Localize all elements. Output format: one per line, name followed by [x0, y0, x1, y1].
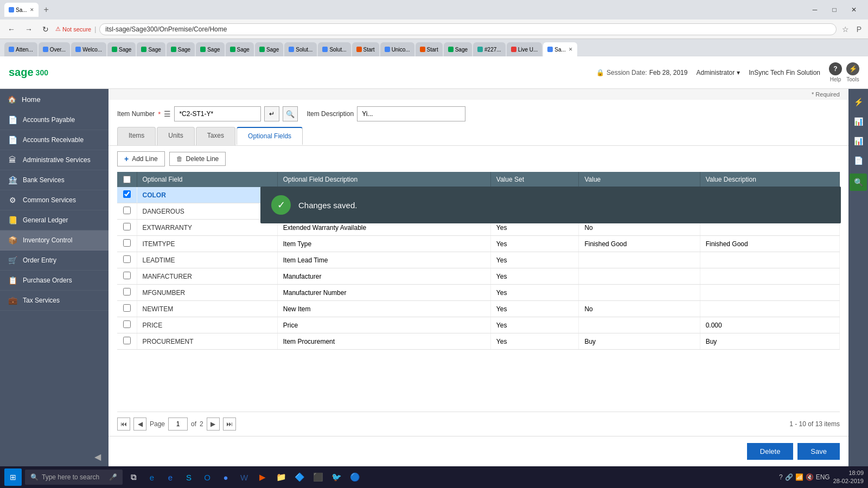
- new-tab-button[interactable]: +: [41, 5, 52, 15]
- delete-line-button[interactable]: 🗑 Delete Line: [169, 152, 226, 166]
- row-checkbox-4[interactable]: [123, 255, 131, 263]
- row-valueset-6: Yes: [490, 285, 579, 301]
- tab-start2[interactable]: Start: [416, 42, 443, 56]
- row-checkbox-1[interactable]: [123, 207, 131, 214]
- sidebar-item-administrative-services[interactable]: 🏛 Administrative Services: [0, 150, 108, 170]
- forward-button[interactable]: →: [22, 24, 36, 35]
- sidebar-item-accounts-receivable[interactable]: 📄 Accounts Receivable: [0, 130, 108, 150]
- current-tab-close-icon[interactable]: ✕: [569, 47, 573, 52]
- tab-close-icon[interactable]: ✕: [30, 7, 34, 12]
- minimize-button[interactable]: ─: [805, 2, 825, 17]
- right-panel-btn-2[interactable]: 📊: [850, 113, 867, 130]
- sage-brand-text: sage: [9, 66, 34, 79]
- col-header-checkbox: [117, 172, 137, 187]
- sidebar-item-accounts-payable[interactable]: 📄 Accounts Payable: [0, 110, 108, 130]
- item-number-input[interactable]: [174, 106, 261, 121]
- tab-sage2[interactable]: Sage: [137, 42, 165, 56]
- page-prev-button[interactable]: ◀: [133, 418, 146, 431]
- admin-dropdown[interactable]: Administrator ▾: [696, 69, 740, 76]
- sage-logo: sage 300: [9, 66, 48, 79]
- tab-solut1[interactable]: Solut...: [284, 42, 317, 56]
- tab-sage7[interactable]: Sage: [444, 42, 472, 56]
- right-panel-btn-4[interactable]: 📄: [850, 152, 867, 169]
- row-checkbox-7[interactable]: [123, 304, 131, 312]
- plus-icon: +: [124, 155, 129, 163]
- row-checkbox-3[interactable]: [123, 239, 131, 247]
- sidebar-collapse-button[interactable]: ◀: [0, 447, 108, 466]
- save-button[interactable]: Save: [797, 443, 840, 460]
- row-checkbox-9[interactable]: [123, 337, 131, 344]
- item-desc-input[interactable]: [357, 106, 465, 121]
- sidebar-item-common-services[interactable]: ⚙ Common Services: [0, 190, 108, 210]
- page-number-input[interactable]: [168, 418, 188, 431]
- sidebar-item-inventory-control[interactable]: 📦 Inventory Control: [0, 230, 108, 251]
- tools-button[interactable]: ⚡ Tools: [846, 62, 859, 82]
- row-value-5: [579, 268, 700, 285]
- tab-sage4[interactable]: Sage: [196, 42, 224, 56]
- select-all-checkbox[interactable]: [123, 176, 131, 183]
- back-button[interactable]: ←: [4, 24, 18, 35]
- tab-solut2[interactable]: Solut...: [318, 42, 350, 56]
- tab-taxes[interactable]: Taxes: [196, 127, 235, 145]
- page-first-button[interactable]: ⏮: [117, 418, 130, 431]
- row-checkbox-0[interactable]: [123, 190, 131, 198]
- tab-current[interactable]: Sa...✕: [543, 42, 577, 56]
- right-panel-btn-1[interactable]: ⚡: [850, 93, 867, 111]
- warning-icon: ⚠: [55, 25, 61, 33]
- tab-units[interactable]: Units: [157, 127, 194, 145]
- tab-unico[interactable]: Unico...: [380, 42, 414, 56]
- sidebar-item-order-entry[interactable]: 🛒 Order Entry: [0, 251, 108, 271]
- bookmark-button[interactable]: ☆: [840, 24, 851, 35]
- required-star: *: [158, 110, 161, 118]
- sidebar-item-bank-services[interactable]: 🏦 Bank Services: [0, 170, 108, 190]
- row-checkbox-2[interactable]: [123, 223, 131, 230]
- tab-sage6[interactable]: Sage: [255, 42, 283, 56]
- delete-button[interactable]: Delete: [747, 443, 794, 460]
- col-header-value-set: Value Set: [490, 172, 579, 187]
- tab-over[interactable]: Over...: [39, 42, 70, 56]
- tab-optional-fields[interactable]: Optional Fields: [237, 127, 303, 145]
- maximize-button[interactable]: □: [825, 2, 844, 17]
- help-button[interactable]: ? Help: [829, 62, 842, 82]
- sidebar-item-home[interactable]: 🏠 Home: [0, 89, 108, 110]
- security-warning: ⚠ Not secure: [55, 25, 91, 33]
- tab-sage1[interactable]: Sage: [107, 42, 136, 56]
- refresh-button[interactable]: ↻: [39, 24, 52, 35]
- browser-tab-active[interactable]: Sa... ✕: [4, 3, 39, 17]
- page-next-button[interactable]: ▶: [207, 418, 220, 431]
- table-row: NEWITEM New Item Yes No: [117, 301, 840, 317]
- tax-services-label: Tax Services: [23, 297, 60, 304]
- item-number-search-button[interactable]: 🔍: [283, 106, 298, 121]
- profile-button[interactable]: P: [854, 24, 864, 35]
- tab-welco[interactable]: Welco...: [71, 42, 106, 56]
- tab-start1[interactable]: Start: [352, 42, 379, 56]
- row-checkbox-8[interactable]: [123, 320, 131, 328]
- tools-label: Tools: [846, 76, 859, 82]
- close-button[interactable]: ✕: [844, 2, 864, 17]
- table-row: MANFACTURER Manufacturer Yes: [117, 268, 840, 285]
- admin-services-label: Administrative Services: [23, 156, 91, 164]
- row-checkbox-5[interactable]: [123, 272, 131, 279]
- tab-sage5[interactable]: Sage: [226, 42, 254, 56]
- sidebar-item-purchase-orders[interactable]: 📋 Purchase Orders: [0, 271, 108, 291]
- tab-atten[interactable]: Atten...: [4, 42, 37, 56]
- page-last-button[interactable]: ⏭: [223, 418, 236, 431]
- tab-sage3[interactable]: Sage: [167, 42, 195, 56]
- table-row: LEADTIME Item Lead Time Yes: [117, 252, 840, 268]
- right-panel-search-btn[interactable]: 🔍: [850, 174, 867, 191]
- add-line-button[interactable]: + Add Line: [117, 151, 165, 166]
- sidebar-item-general-ledger[interactable]: 📒 General Ledger: [0, 210, 108, 230]
- sidebar-item-tax-services[interactable]: 💼 Tax Services: [0, 291, 108, 311]
- item-number-nav-button[interactable]: ↵: [264, 106, 279, 121]
- tab-live[interactable]: Live U...: [507, 42, 542, 56]
- row-desc-6: Manufacturer Number: [277, 285, 490, 301]
- url-bar[interactable]: itsl-sage/Sage300/OnPremise/Core/Home: [99, 23, 836, 35]
- page-of-label: of: [191, 420, 196, 428]
- content-area: * Required Item Number * ☰ ↵ 🔍 Item Desc…: [108, 89, 848, 466]
- tab-issue[interactable]: #227...: [473, 42, 506, 56]
- row-checkbox-6[interactable]: [123, 288, 131, 296]
- right-panel-btn-3[interactable]: 📊: [850, 132, 867, 150]
- tab-items[interactable]: Items: [117, 127, 156, 145]
- row-checkbox-cell: [117, 187, 137, 203]
- row-checkbox-cell: [117, 220, 137, 236]
